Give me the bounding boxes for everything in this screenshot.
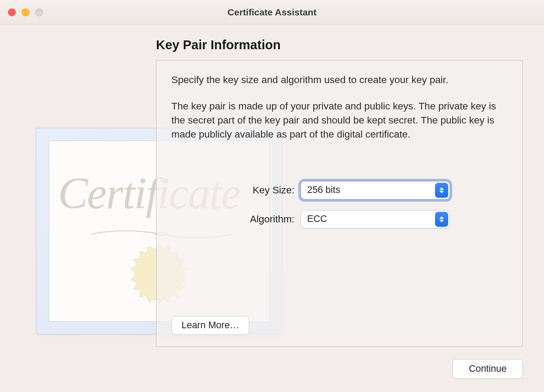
chevron-up-down-icon <box>435 212 448 227</box>
window-title: Certificate Assistant <box>0 7 544 18</box>
key-size-label: Key Size: <box>224 185 294 196</box>
key-size-select[interactable]: 256 bits <box>301 181 450 200</box>
minimize-icon[interactable] <box>22 8 29 16</box>
main-panel: Key Pair Information Specify the key siz… <box>156 25 544 392</box>
description-line-2: The key pair is made up of your private … <box>171 99 508 142</box>
panel-box: Specify the key size and algorithm used … <box>156 60 523 347</box>
content: Certificate Key Pair Infor <box>0 25 544 392</box>
panel-title: Key Pair Information <box>156 38 523 52</box>
window-controls <box>8 8 43 16</box>
close-icon[interactable] <box>8 8 16 16</box>
algorithm-row: Algorithm: ECC <box>224 210 508 229</box>
chevron-up-down-icon <box>435 183 448 198</box>
algorithm-value: ECC <box>307 214 327 225</box>
learn-more-button[interactable]: Learn More… <box>171 316 249 335</box>
maximize-icon <box>35 8 43 16</box>
key-size-value: 256 bits <box>307 185 340 196</box>
algorithm-select[interactable]: ECC <box>301 210 450 229</box>
algorithm-label: Algorithm: <box>224 214 294 225</box>
continue-button[interactable]: Continue <box>453 359 523 379</box>
titlebar: Certificate Assistant <box>0 0 544 25</box>
description: Specify the key size and algorithm used … <box>171 73 508 142</box>
key-size-row: Key Size: 256 bits <box>224 181 508 200</box>
form: Key Size: 256 bits Algorithm: ECC <box>224 181 508 229</box>
description-line-1: Specify the key size and algorithm used … <box>171 73 508 87</box>
